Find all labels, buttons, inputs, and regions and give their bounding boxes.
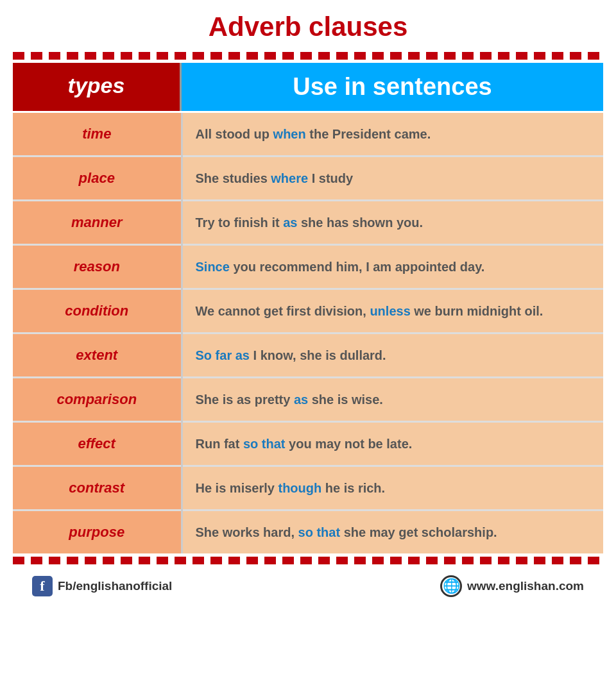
sentence-cell: All stood up when the President came. [182, 113, 603, 156]
sentence-cell: Try to finish it as she has shown you. [182, 201, 603, 245]
table-header: types Use in sentences [13, 63, 603, 111]
clause-table: timeAll stood up when the President came… [13, 113, 603, 553]
dashed-divider-top [13, 52, 603, 60]
sentence-cell: Since you recommend him, I am appointed … [182, 245, 603, 289]
highlight-word: where [271, 171, 308, 185]
sentence-cell: So far as I know, she is dullard. [182, 333, 603, 378]
type-cell: reason [13, 245, 182, 289]
table-row: contrastHe is miserly though he is rich. [13, 466, 603, 510]
highlight-word: Since [196, 260, 230, 274]
sentence-cell: Run fat so that you may not be late. [182, 422, 603, 466]
type-cell: condition [13, 289, 182, 333]
type-cell: purpose [13, 510, 182, 554]
sentence-cell: She studies where I study [182, 156, 603, 201]
table-row: purposeShe works hard, so that she may g… [13, 510, 603, 554]
type-cell: place [13, 156, 182, 201]
type-cell: manner [13, 201, 182, 245]
highlight-word: so that [243, 437, 286, 451]
page-title: Adverb clauses [209, 12, 408, 42]
highlight-word: as [294, 392, 308, 407]
facebook-icon: f [32, 576, 53, 596]
table-row: extentSo far as I know, she is dullard. [13, 333, 603, 378]
footer-left: f Fb/englishanofficial [32, 576, 172, 596]
type-cell: extent [13, 333, 182, 378]
table-row: timeAll stood up when the President came… [13, 113, 603, 156]
header-types: types [13, 63, 182, 111]
type-cell: comparison [13, 378, 182, 422]
highlight-word: though [278, 481, 321, 495]
fb-text: Fb/englishanofficial [58, 579, 172, 593]
type-cell: contrast [13, 466, 182, 510]
table-row: comparisonShe is as pretty as she is wis… [13, 378, 603, 422]
table-row: reasonSince you recommend him, I am appo… [13, 245, 603, 289]
dashed-divider-bottom [13, 557, 603, 564]
header-sentences: Use in sentences [182, 63, 603, 111]
sentence-cell: We cannot get first division, unless we … [182, 289, 603, 333]
sentence-cell: She is as pretty as she is wise. [182, 378, 603, 422]
highlight-word: as [235, 348, 250, 362]
highlight-word: when [273, 127, 306, 141]
highlight-word: so that [298, 525, 341, 539]
sentence-cell: She works hard, so that she may get scho… [182, 510, 603, 554]
type-cell: effect [13, 422, 182, 466]
table-row: effectRun fat so that you may not be lat… [13, 422, 603, 466]
highlight-word: So far [196, 348, 235, 362]
table-row: placeShe studies where I study [13, 156, 603, 201]
highlight-word: as [283, 215, 297, 230]
highlight-word: unless [370, 304, 410, 318]
type-cell: time [13, 113, 182, 156]
website-text: www.englishan.com [467, 579, 584, 593]
globe-icon: 🌐 [440, 575, 462, 597]
table-row: mannerTry to finish it as she has shown … [13, 201, 603, 245]
footer: f Fb/englishanofficial 🌐 www.englishan.c… [13, 568, 603, 605]
sentence-cell: He is miserly though he is rich. [182, 466, 603, 510]
table-row: conditionWe cannot get first division, u… [13, 289, 603, 333]
footer-right: 🌐 www.englishan.com [440, 575, 584, 597]
